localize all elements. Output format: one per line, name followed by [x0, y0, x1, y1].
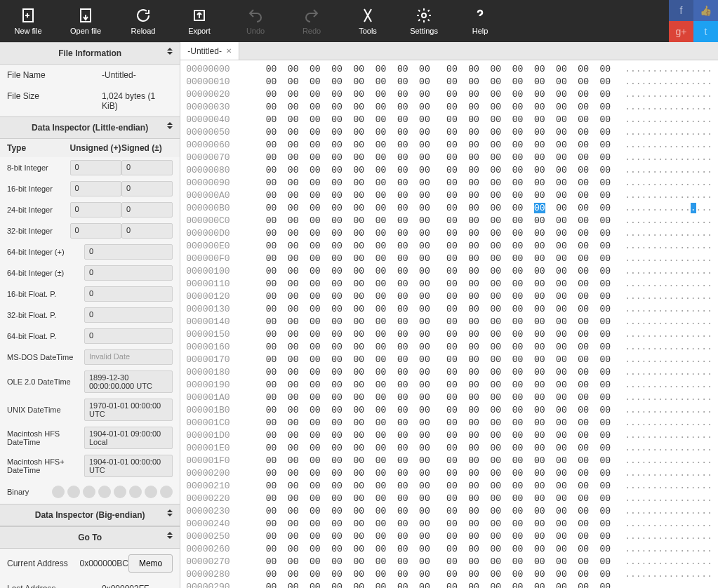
hex-row[interactable]: 000000F0 00 00 00 00 00 00 00 00 00 00 0…: [186, 253, 712, 265]
settings-label: Settings: [410, 27, 438, 35]
inspector-row: 32-bit Float. P.0: [0, 305, 180, 326]
inspector-wide-value[interactable]: 1970-01-01 00:00:00 UTC: [84, 399, 173, 421]
inspector-wide-value[interactable]: 0: [84, 307, 173, 323]
hex-editor[interactable]: 00000000 00 00 00 00 00 00 00 00 00 00 0…: [180, 60, 718, 588]
inspector-unsigned-value[interactable]: 0: [70, 181, 121, 196]
inspector-type-label: 8-bit Integer: [7, 163, 70, 172]
undo-label: Undo: [246, 27, 265, 35]
new-file-label: New file: [14, 27, 41, 35]
inspector-row: OLE 2.0 DateTime1899-12-30 00:00:00.000 …: [0, 368, 180, 396]
hex-row[interactable]: 00000150 00 00 00 00 00 00 00 00 00 00 0…: [186, 328, 712, 341]
hex-row[interactable]: 000000D0 00 00 00 00 00 00 00 00 00 00 0…: [186, 227, 712, 240]
hex-row[interactable]: 000001C0 00 00 00 00 00 00 00 00 00 00 0…: [186, 417, 712, 429]
hex-row[interactable]: 00000260 00 00 00 00 00 00 00 00 00 00 0…: [186, 543, 712, 556]
hex-row[interactable]: 000000E0 00 00 00 00 00 00 00 00 00 00 0…: [186, 240, 712, 253]
twitter-icon[interactable]: t: [693, 21, 718, 42]
last-address-label: Last Address: [7, 584, 102, 588]
inspector-row: 16-bit Integer00: [0, 178, 180, 199]
inspector-wide-value[interactable]: 0: [84, 244, 173, 260]
inspector-be-header[interactable]: Data Inspector (Big-endian): [0, 504, 180, 526]
reload-button[interactable]: Reload: [115, 0, 171, 42]
hex-row[interactable]: 00000080 00 00 00 00 00 00 00 00 00 00 0…: [186, 164, 712, 177]
binary-label: Binary: [7, 488, 52, 496]
goto-header[interactable]: Go To: [0, 526, 180, 549]
inspector-le-header[interactable]: Data Inspector (Little-endian): [0, 116, 180, 139]
hex-row[interactable]: 00000270 00 00 00 00 00 00 00 00 00 00 0…: [186, 556, 712, 568]
inspector-unsigned-value[interactable]: 0: [70, 223, 121, 239]
hex-row[interactable]: 000000C0 00 00 00 00 00 00 00 00 00 00 0…: [186, 215, 712, 227]
last-address-value: 0x000003FF: [102, 584, 173, 588]
inspector-unsigned-value[interactable]: 0: [70, 160, 121, 175]
inspector-wide-value[interactable]: 0: [84, 286, 173, 302]
inspector-type-label: MS-DOS DateTime: [7, 353, 84, 361]
hex-row[interactable]: 00000110 00 00 00 00 00 00 00 00 00 00 0…: [186, 278, 712, 290]
redo-button[interactable]: Redo: [284, 0, 340, 42]
hex-row[interactable]: 000001E0 00 00 00 00 00 00 00 00 00 00 0…: [186, 442, 712, 455]
hex-row[interactable]: 000001B0 00 00 00 00 00 00 00 00 00 00 0…: [186, 404, 712, 417]
file-info-header[interactable]: File Information: [0, 42, 180, 65]
hex-row[interactable]: 00000210 00 00 00 00 00 00 00 00 00 00 0…: [186, 480, 712, 493]
hex-row[interactable]: 00000290 00 00 00 00 00 00 00 00 00 00 0…: [186, 581, 712, 588]
undo-button[interactable]: Undo: [227, 0, 284, 42]
hex-row[interactable]: 00000160 00 00 00 00 00 00 00 00 00 00 0…: [186, 341, 712, 354]
memo-button[interactable]: Memo: [128, 554, 173, 573]
export-button[interactable]: Export: [171, 0, 227, 42]
hex-row[interactable]: 00000030 00 00 00 00 00 00 00 00 00 00 0…: [186, 101, 712, 114]
inspector-row: 16-bit Float. P.0: [0, 283, 180, 305]
inspector-signed-value[interactable]: 0: [121, 223, 173, 239]
hex-row[interactable]: 00000120 00 00 00 00 00 00 00 00 00 00 0…: [186, 290, 712, 303]
google-plus-icon[interactable]: g+: [669, 21, 693, 42]
inspector-row: Macintosh HFS+ DateTime1904-01-01 00:00:…: [0, 452, 180, 480]
hex-row[interactable]: 00000200 00 00 00 00 00 00 00 00 00 00 0…: [186, 467, 712, 480]
hex-row[interactable]: 000001A0 00 00 00 00 00 00 00 00 00 00 0…: [186, 392, 712, 404]
hex-row[interactable]: 00000000 00 00 00 00 00 00 00 00 00 00 0…: [186, 63, 712, 76]
hex-row[interactable]: 00000190 00 00 00 00 00 00 00 00 00 00 0…: [186, 379, 712, 392]
hex-row[interactable]: 00000010 00 00 00 00 00 00 00 00 00 00 0…: [186, 76, 712, 88]
hex-row[interactable]: 00000050 00 00 00 00 00 00 00 00 00 00 0…: [186, 126, 712, 139]
settings-button[interactable]: Settings: [396, 0, 452, 42]
hex-row[interactable]: 00000180 00 00 00 00 00 00 00 00 00 00 0…: [186, 366, 712, 379]
hex-row[interactable]: 00000230 00 00 00 00 00 00 00 00 00 00 0…: [186, 505, 712, 518]
inspector-row: 64-bit Float. P.0: [0, 326, 180, 347]
inspector-wide-value[interactable]: Invalid Date: [84, 349, 173, 365]
inspector-wide-value[interactable]: 1899-12-30 00:00:00.000 UTC: [84, 370, 173, 393]
thumbs-up-icon[interactable]: 👍: [693, 0, 718, 21]
inspector-unsigned-value[interactable]: 0: [70, 202, 121, 218]
hex-row[interactable]: 000001D0 00 00 00 00 00 00 00 00 00 00 0…: [186, 429, 712, 442]
tab-untitled[interactable]: -Untitled- ✕: [180, 42, 239, 60]
hex-row[interactable]: 00000090 00 00 00 00 00 00 00 00 00 00 0…: [186, 177, 712, 189]
hex-row[interactable]: 00000100 00 00 00 00 00 00 00 00 00 00 0…: [186, 265, 712, 278]
hex-row[interactable]: 00000140 00 00 00 00 00 00 00 00 00 00 0…: [186, 316, 712, 328]
inspector-wide-value[interactable]: 1904-01-01 00:00:00 UTC: [84, 455, 173, 477]
inspector-wide-value[interactable]: 1904-01-01 09:00:00 Local: [84, 427, 173, 449]
inspector-signed-value[interactable]: 0: [121, 181, 173, 196]
svg-point-3: [422, 13, 426, 18]
hex-row[interactable]: 00000240 00 00 00 00 00 00 00 00 00 00 0…: [186, 518, 712, 530]
hex-row[interactable]: 00000220 00 00 00 00 00 00 00 00 00 00 0…: [186, 493, 712, 505]
open-file-button[interactable]: Open file: [56, 0, 115, 42]
close-icon[interactable]: ✕: [226, 47, 232, 55]
hex-row[interactable]: 00000280 00 00 00 00 00 00 00 00 00 00 0…: [186, 568, 712, 581]
help-button[interactable]: Help: [452, 0, 508, 42]
hex-row[interactable]: 000000B0 00 00 00 00 00 00 00 00 00 00 0…: [186, 202, 712, 215]
inspector-signed-value[interactable]: 0: [121, 202, 173, 218]
inspector-wide-value[interactable]: 0: [84, 265, 173, 281]
tab-title: -Untitled-: [187, 46, 222, 56]
inspector-signed-value[interactable]: 0: [121, 160, 173, 175]
hex-row[interactable]: 00000020 00 00 00 00 00 00 00 00 00 00 0…: [186, 88, 712, 101]
redo-label: Redo: [303, 27, 321, 35]
hex-row[interactable]: 000001F0 00 00 00 00 00 00 00 00 00 00 0…: [186, 455, 712, 467]
hex-row[interactable]: 00000040 00 00 00 00 00 00 00 00 00 00 0…: [186, 114, 712, 126]
new-file-button[interactable]: New file: [0, 0, 56, 42]
inspector-row: 8-bit Integer00: [0, 157, 180, 178]
hex-row[interactable]: 00000060 00 00 00 00 00 00 00 00 00 00 0…: [186, 139, 712, 152]
hex-row[interactable]: 00000250 00 00 00 00 00 00 00 00 00 00 0…: [186, 530, 712, 543]
hex-row[interactable]: 00000070 00 00 00 00 00 00 00 00 00 00 0…: [186, 152, 712, 164]
facebook-icon[interactable]: f: [669, 0, 693, 21]
hex-row[interactable]: 000000A0 00 00 00 00 00 00 00 00 00 00 0…: [186, 189, 712, 202]
hex-row[interactable]: 00000170 00 00 00 00 00 00 00 00 00 00 0…: [186, 354, 712, 366]
tools-button[interactable]: Tools: [340, 0, 396, 42]
inspector-type-label: 16-bit Float. P.: [7, 290, 84, 298]
hex-row[interactable]: 00000130 00 00 00 00 00 00 00 00 00 00 0…: [186, 303, 712, 316]
inspector-wide-value[interactable]: 0: [84, 328, 173, 344]
